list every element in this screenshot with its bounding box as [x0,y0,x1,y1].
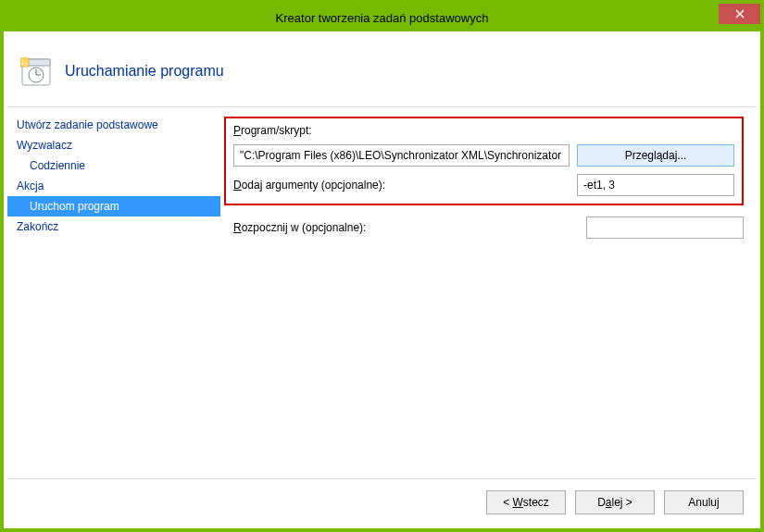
start-in-input[interactable] [586,217,744,239]
program-script-input[interactable] [233,144,570,167]
cancel-button[interactable]: Anuluj [664,490,744,514]
program-script-label: Program/skrypt: [233,124,734,137]
body: Utwórz zadanie podstawowe Wyzwalacz Codz… [7,107,757,478]
sidebar-item-daily[interactable]: Codziennie [7,155,220,176]
wizard-window: Kreator tworzenia zadań podstawowych Uru… [0,0,764,532]
window-title: Kreator tworzenia zadań podstawowych [276,11,489,25]
close-button[interactable] [719,4,760,24]
wizard-steps-sidebar: Utwórz zadanie podstawowe Wyzwalacz Codz… [7,107,220,478]
sidebar-item-create-task[interactable]: Utwórz zadanie podstawowe [7,115,220,135]
arguments-label: Dodaj argumenty (opcjonalne): [233,179,570,192]
titlebar: Kreator tworzenia zadań podstawowych [4,4,760,31]
page-title: Uruchamianie programu [65,63,224,80]
highlighted-section: Program/skrypt: Przeglądaj... Dodaj argu… [224,117,744,205]
sidebar-item-finish[interactable]: Zakończ [7,217,220,237]
back-button[interactable]: < Wstecz [486,490,566,514]
form-panel: Program/skrypt: Przeglądaj... Dodaj argu… [220,107,757,478]
content-area: Uruchamianie programu Utwórz zadanie pod… [7,35,757,525]
browse-button[interactable]: Przeglądaj... [577,144,734,167]
sidebar-item-action[interactable]: Akcja [7,176,220,196]
close-icon [735,9,745,19]
wizard-footer: < Wstecz Dalej > Anuluj [7,478,757,525]
sidebar-item-run-program[interactable]: Uruchom program [7,196,220,217]
start-in-row: Rozpocznij w (opcjonalne): [224,217,744,239]
next-button[interactable]: Dalej > [575,490,655,514]
start-in-label: Rozpocznij w (opcjonalne): [233,221,366,234]
arguments-input[interactable] [577,174,734,196]
scheduler-icon [20,56,52,87]
page-header: Uruchamianie programu [7,35,757,107]
sidebar-item-trigger[interactable]: Wyzwalacz [7,135,220,155]
